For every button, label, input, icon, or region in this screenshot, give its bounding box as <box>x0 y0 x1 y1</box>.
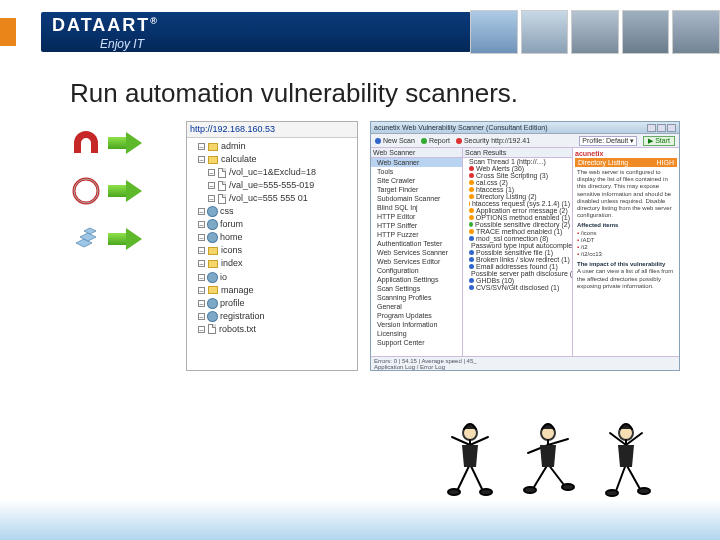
tree-item[interactable]: –io <box>190 271 354 284</box>
nav-item[interactable]: Web Scanner <box>371 158 462 167</box>
tree-item[interactable]: –/vol_uc=1&Exclud=18 <box>190 166 354 179</box>
tree-item[interactable]: –admin <box>190 140 354 153</box>
nav-item[interactable]: Scanning Profiles <box>371 293 462 302</box>
detail-header: Directory Listing HIGH <box>575 158 677 167</box>
folder-icon <box>208 156 218 164</box>
gear-icon <box>208 312 217 321</box>
tree-item[interactable]: –manage <box>190 284 354 297</box>
file-tree-url: http://192.168.160.53 <box>187 122 357 138</box>
status-line-2: Application Log / Error Log <box>374 364 676 370</box>
tree-item[interactable]: –profile <box>190 297 354 310</box>
nav-item[interactable]: HTTP Sniffer <box>371 221 462 230</box>
tree-item[interactable]: –index <box>190 257 354 270</box>
logo-registered: ® <box>150 16 159 26</box>
result-item[interactable]: Scan Thread 1 (http://…) <box>463 158 572 165</box>
impact-body: A user can view a list of all files from… <box>577 268 675 290</box>
tree-item[interactable]: –robots.txt <box>190 323 354 336</box>
nav-item[interactable]: General <box>371 302 462 311</box>
maximize-button[interactable] <box>657 124 666 132</box>
result-item[interactable]: htaccess (1) <box>463 186 572 193</box>
tree-item[interactable]: –calculate <box>190 153 354 166</box>
tree-item[interactable]: –home <box>190 231 354 244</box>
new-scan-button[interactable]: New Scan <box>375 137 415 144</box>
nav-item[interactable]: Scan Settings <box>371 284 462 293</box>
nav-item[interactable]: Web Services Editor <box>371 257 462 266</box>
result-item[interactable]: Password type input autocomplete (1) <box>463 242 572 249</box>
tree-toggle-icon[interactable]: – <box>198 326 205 333</box>
tree-item[interactable]: –css <box>190 205 354 218</box>
scanner-brand: acunetix <box>575 150 677 158</box>
tree-toggle-icon[interactable]: – <box>198 208 205 215</box>
result-item[interactable]: CVS/SVN/Git disclosed (1) <box>463 284 572 291</box>
result-item[interactable]: Possible sensitive file (1) <box>463 249 572 256</box>
nav-item[interactable]: Support Center <box>371 338 462 347</box>
nav-item[interactable]: HTTP Fuzzer <box>371 230 462 239</box>
tree-toggle-icon[interactable]: – <box>198 156 205 163</box>
nav-item[interactable]: Tools <box>371 167 462 176</box>
result-item[interactable]: OPTIONS method enabled (1) <box>463 214 572 221</box>
result-item[interactable]: Possible server path disclosure (1) <box>463 270 572 277</box>
result-item[interactable]: htaccess request (sys 2.1.4) (1) <box>463 200 572 207</box>
result-item[interactable]: GHDBs (10) <box>463 277 572 284</box>
result-item[interactable]: cal.css (2) <box>463 179 572 186</box>
nav-item[interactable]: Target Finder <box>371 185 462 194</box>
start-button[interactable]: ▶ Start <box>643 136 675 146</box>
close-button[interactable] <box>667 124 676 132</box>
tree-toggle-icon[interactable]: – <box>208 182 215 189</box>
tree-toggle-icon[interactable]: – <box>198 313 205 320</box>
result-item[interactable]: TRACE method enabled (1) <box>463 228 572 235</box>
result-item[interactable]: Web Alerts (36) <box>463 165 572 172</box>
tree-item[interactable]: –forum <box>190 218 354 231</box>
minimize-button[interactable] <box>647 124 656 132</box>
nav-item[interactable]: Subdomain Scanner <box>371 194 462 203</box>
severity-dot-icon <box>469 264 474 269</box>
tree-toggle-icon[interactable]: – <box>198 274 205 281</box>
tree-toggle-icon[interactable]: – <box>198 287 205 294</box>
result-item[interactable]: Application error message (2) <box>463 207 572 214</box>
profile-select[interactable]: Profile: Default ▾ <box>579 136 637 146</box>
result-item[interactable]: mod_ssl connection (8) <box>463 235 572 242</box>
tree-item[interactable]: –registration <box>190 310 354 323</box>
tree-toggle-icon[interactable]: – <box>208 169 215 176</box>
tree-item[interactable]: –/val_ue=555-555-019 <box>190 179 354 192</box>
tree-item[interactable]: –/vol_uc=555 555 01 <box>190 192 354 205</box>
result-item[interactable]: Email addresses found (1) <box>463 263 572 270</box>
nav-item[interactable]: HTTP Editor <box>371 212 462 221</box>
result-item-label: Cross Site Scripting (3) <box>476 172 548 179</box>
tree-item-label: /vol_uc=555 555 01 <box>229 192 308 205</box>
nav-item[interactable]: Web Services Scanner <box>371 248 462 257</box>
svg-point-6 <box>524 487 536 493</box>
tree-toggle-icon[interactable]: – <box>198 260 205 267</box>
result-item-label: Email addresses found (1) <box>476 263 558 270</box>
logo-tagline: Enjoy IT <box>100 37 144 51</box>
nav-item[interactable]: Site Crawler <box>371 176 462 185</box>
tree-item[interactable]: –icons <box>190 244 354 257</box>
security-label: Security http://192.41 <box>464 137 530 144</box>
tree-item-label: registration <box>220 310 265 323</box>
nav-item[interactable]: Configuration <box>371 266 462 275</box>
nav-item[interactable]: Program Updates <box>371 311 462 320</box>
nav-item[interactable]: Version Information <box>371 320 462 329</box>
tree-toggle-icon[interactable]: – <box>208 195 215 202</box>
tree-toggle-icon[interactable]: – <box>198 247 205 254</box>
tree-toggle-icon[interactable]: – <box>198 234 205 241</box>
result-item-label: cal.css (2) <box>476 179 508 186</box>
scanner-nav-header: Web Scanner <box>371 148 462 158</box>
result-item[interactable]: Directory Listing (2) <box>463 193 572 200</box>
profile-value: Default <box>606 137 628 144</box>
tree-item-label: io <box>220 271 227 284</box>
result-item[interactable]: Possible sensitive directory (2) <box>463 221 572 228</box>
result-item[interactable]: Broken links / slow redirect (1) <box>463 256 572 263</box>
nav-item[interactable]: Licensing <box>371 329 462 338</box>
security-link[interactable]: Security http://192.41 <box>456 137 530 144</box>
nav-item[interactable]: Blind SQL Inj <box>371 203 462 212</box>
result-item[interactable]: Cross Site Scripting (3) <box>463 172 572 179</box>
tree-toggle-icon[interactable]: – <box>198 300 205 307</box>
affected-item: /icons <box>577 230 675 237</box>
report-button[interactable]: Report <box>421 137 450 144</box>
nav-item[interactable]: Application Settings <box>371 275 462 284</box>
tree-toggle-icon[interactable]: – <box>198 221 205 228</box>
nav-item[interactable]: Authentication Tester <box>371 239 462 248</box>
result-item-label: Application error message (2) <box>476 207 568 214</box>
tree-toggle-icon[interactable]: – <box>198 143 205 150</box>
